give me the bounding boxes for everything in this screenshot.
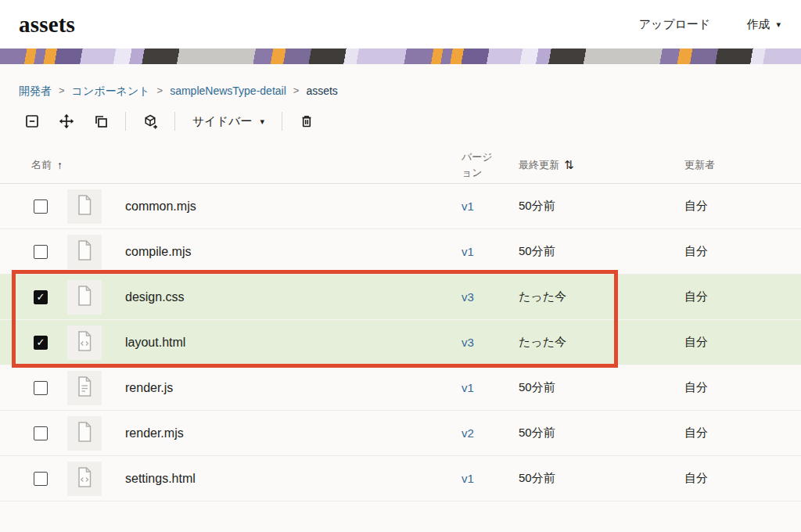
asset-manager-page: assets アップロード 作成 ▾ 開発者>コンポーネント>sampleNew… (0, 0, 801, 532)
table-header-row: 名前 ↑ バージョン 最終更新 ⇅ 更新者 (0, 146, 801, 184)
table-row[interactable]: ✓ (0, 320, 801, 365)
file-thumbnail (67, 325, 102, 360)
column-header-updated-by: 更新者 (684, 158, 782, 172)
delete-button[interactable] (293, 110, 320, 133)
last-updated-cell: 50分前 (519, 199, 684, 214)
sidebar-dropdown-button[interactable]: サイドバー ▾ (186, 114, 271, 129)
table-row[interactable]: settings.html v1 50分前 自分 (0, 456, 801, 501)
version-link[interactable]: v1 (462, 472, 474, 485)
sort-both-icon: ⇅ (564, 158, 574, 172)
last-updated-cell: 50分前 (519, 426, 684, 440)
file-name: render.mjs (125, 426, 462, 440)
version-link[interactable]: v1 (462, 245, 474, 258)
decorative-banner (0, 49, 801, 64)
file-icon (75, 421, 94, 446)
toolbar-divider (174, 112, 175, 131)
version-link[interactable]: v1 (462, 200, 474, 213)
file-code-icon (75, 330, 94, 355)
table-row[interactable]: render.js v1 50分前 自分 (0, 365, 801, 411)
column-header-name[interactable]: 名前 ↑ (22, 158, 462, 172)
file-name: layout.html (125, 336, 462, 350)
breadcrumb-item-コンポーネント[interactable]: コンポーネント (72, 83, 150, 99)
create-button[interactable]: 作成 ▾ (746, 17, 781, 32)
row-checkbox[interactable] (34, 426, 48, 440)
upload-button[interactable]: アップロード (639, 17, 711, 32)
file-thumbnail (67, 280, 102, 315)
add-package-button[interactable] (137, 110, 163, 133)
updated-by-cell: 自分 (684, 335, 782, 350)
trash-icon (299, 113, 314, 129)
breadcrumb: 開発者>コンポーネント>sampleNewsType-detail>assets (19, 83, 782, 99)
breadcrumb-item-開発者[interactable]: 開発者 (19, 83, 52, 99)
breadcrumb-separator: > (293, 83, 300, 99)
file-thumbnail (67, 462, 102, 496)
move-button[interactable] (53, 110, 80, 133)
asset-table: 名前 ↑ バージョン 最終更新 ⇅ 更新者 (0, 146, 801, 501)
last-updated-cell: たった今 (519, 335, 684, 350)
file-thumbnail (67, 416, 102, 451)
add-package-icon (142, 113, 159, 130)
chevron-down-icon: ▾ (260, 117, 264, 126)
duplicate-icon (93, 113, 109, 129)
file-name: compile.mjs (125, 245, 462, 259)
row-checkbox[interactable] (34, 381, 48, 395)
row-checkbox[interactable] (34, 245, 48, 259)
file-thumbnail (67, 189, 102, 224)
file-icon (75, 194, 94, 219)
deselect-all-button[interactable] (19, 110, 45, 133)
file-name: common.mjs (125, 200, 462, 214)
updated-by-cell: 自分 (684, 471, 782, 486)
version-link[interactable]: v1 (462, 381, 474, 394)
toolbar-divider (125, 112, 126, 131)
page-header: assets アップロード 作成 ▾ (0, 0, 801, 49)
row-checkbox[interactable] (34, 472, 48, 486)
last-updated-cell: たった今 (519, 289, 684, 304)
move-icon (59, 113, 74, 129)
chevron-down-icon: ▾ (776, 20, 781, 29)
file-lines-icon (75, 376, 94, 401)
file-name: render.js (125, 381, 462, 395)
table-row[interactable]: ✓ (0, 275, 801, 320)
table-row[interactable]: common.mjs v1 50分前 自分 (0, 184, 801, 229)
version-link[interactable]: v3 (462, 336, 474, 349)
table-row[interactable]: render.mjs v2 50分前 自分 (0, 411, 801, 456)
updated-by-cell: 自分 (684, 199, 782, 214)
breadcrumb-separator: > (157, 83, 163, 99)
version-link[interactable]: v2 (462, 426, 474, 440)
file-icon (75, 239, 94, 264)
row-checkbox[interactable]: ✓ (34, 336, 48, 350)
breadcrumb-separator: > (59, 83, 65, 99)
breadcrumb-item-assets: assets (306, 83, 337, 99)
toolbar: サイドバー ▾ (19, 109, 782, 134)
column-header-last-updated[interactable]: 最終更新 ⇅ (519, 158, 684, 172)
updated-by-cell: 自分 (684, 380, 782, 395)
updated-by-cell: 自分 (684, 289, 782, 304)
row-checkbox[interactable] (34, 200, 48, 214)
last-updated-cell: 50分前 (519, 380, 684, 395)
version-link[interactable]: v3 (462, 290, 474, 304)
minus-square-icon (24, 113, 40, 129)
duplicate-button[interactable] (88, 110, 114, 133)
column-header-version[interactable]: バージョン (462, 149, 494, 180)
sort-ascending-icon: ↑ (57, 159, 63, 171)
row-checkbox[interactable]: ✓ (34, 290, 48, 304)
updated-by-cell: 自分 (684, 244, 782, 259)
file-name: design.css (125, 290, 462, 304)
table-body: common.mjs v1 50分前 自分 (0, 184, 801, 501)
file-icon (75, 285, 94, 310)
toolbar-divider (282, 112, 282, 131)
header-actions: アップロード 作成 ▾ (639, 17, 781, 32)
page-title: assets (19, 12, 75, 38)
last-updated-cell: 50分前 (519, 244, 684, 259)
last-updated-cell: 50分前 (519, 471, 684, 486)
breadcrumb-item-sampleNewsType-detail[interactable]: sampleNewsType-detail (170, 83, 286, 99)
file-code-icon (75, 466, 94, 491)
file-name: settings.html (125, 472, 462, 486)
updated-by-cell: 自分 (684, 426, 782, 440)
file-thumbnail (67, 371, 102, 405)
table-row[interactable]: compile.mjs v1 50分前 自分 (0, 229, 801, 275)
file-thumbnail (67, 235, 102, 269)
